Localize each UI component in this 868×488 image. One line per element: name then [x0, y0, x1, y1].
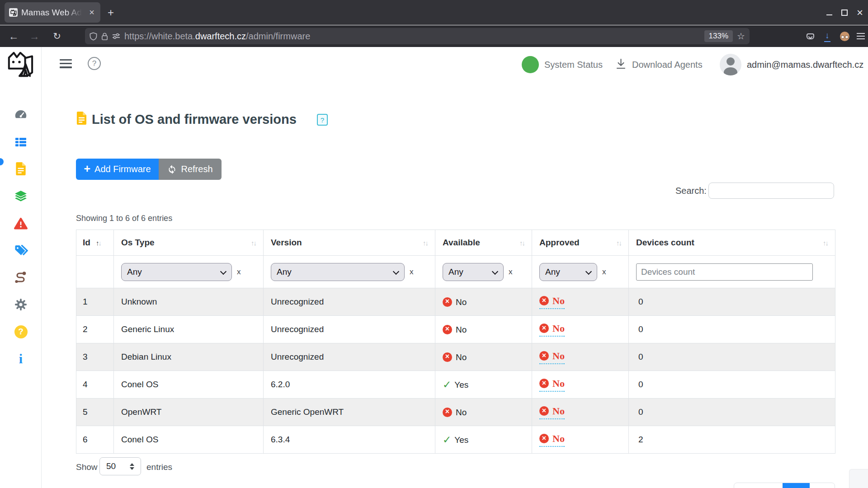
download-agents-label[interactable]: Download Agents	[632, 60, 703, 70]
cell-approved: No	[532, 288, 629, 316]
plus-icon	[84, 164, 90, 175]
sidebar-item-tags[interactable]	[0, 243, 42, 258]
sidebar-item-help[interactable]	[0, 324, 42, 339]
add-firmware-button[interactable]: Add Firmware	[76, 159, 159, 180]
filter-available-cell: Anyx	[435, 256, 532, 288]
approved-toggle-link[interactable]: No	[539, 405, 565, 419]
back-button[interactable]	[5, 25, 22, 47]
cell-approved: No	[532, 371, 629, 399]
showing-entries-text: Showing 1 to 6 of 6 entries	[76, 214, 172, 223]
filter-approved-cell: Anyx	[532, 256, 629, 288]
pocket-icon[interactable]	[802, 25, 818, 47]
sidebar-item-routes[interactable]	[0, 270, 42, 285]
approved-filter-select[interactable]: Any	[539, 263, 597, 281]
os-type-filter-select[interactable]: Any	[121, 263, 232, 281]
sidebar-item-settings[interactable]	[0, 297, 42, 312]
user-avatar[interactable]	[720, 54, 741, 75]
page-help-badge[interactable]: ?	[317, 114, 328, 126]
version-filter-select[interactable]: Any	[271, 263, 405, 281]
cell-approved: No	[532, 426, 629, 454]
url-domain: dwarftech.cz	[195, 31, 246, 41]
sidebar-item-alerts[interactable]	[0, 216, 42, 230]
downloads-icon[interactable]	[820, 25, 835, 47]
browser-menu-icon[interactable]	[853, 25, 868, 47]
column-header-id[interactable]: Id	[76, 230, 114, 256]
pagination-current-page[interactable]	[783, 483, 810, 488]
approved-toggle-link[interactable]: No	[539, 433, 565, 447]
sort-icon	[251, 239, 256, 247]
column-header-os-type[interactable]: Os Type	[114, 230, 264, 256]
window-minimize-button[interactable]	[823, 6, 835, 19]
pagination-previous[interactable]	[734, 483, 783, 488]
available-status-icon	[443, 325, 452, 334]
clear-filter-link[interactable]: x	[237, 267, 241, 277]
sort-icon	[616, 239, 621, 247]
window-close-button[interactable]	[854, 6, 866, 19]
extension-account-icon[interactable]	[837, 25, 852, 47]
system-status-indicator[interactable]	[522, 56, 539, 73]
new-tab-button[interactable]	[104, 6, 118, 19]
column-header-available[interactable]: Available	[435, 230, 532, 256]
clear-filter-link[interactable]: x	[602, 267, 606, 277]
cell-devices-count: 0	[629, 343, 835, 371]
app-help-icon[interactable]	[88, 57, 101, 70]
page-size-select[interactable]: 50	[99, 457, 141, 475]
column-header-version[interactable]: Version	[264, 230, 435, 256]
forward-button[interactable]	[26, 25, 42, 47]
tab-close-icon[interactable]	[88, 8, 96, 17]
permissions-icon[interactable]	[112, 33, 120, 39]
url-path: /admin/firmware	[246, 31, 310, 41]
sidebar-item-layers[interactable]	[0, 189, 42, 203]
url-text[interactable]: https://white.beta.dwarftech.cz/admin/fi…	[124, 31, 700, 42]
show-label: Show	[76, 462, 98, 472]
zoom-level-badge[interactable]: 133%	[704, 30, 733, 42]
pagination-next[interactable]	[810, 483, 835, 488]
approved-status-icon	[539, 434, 549, 443]
shield-icon[interactable]	[90, 32, 97, 41]
cell-version: 6.2.0	[264, 371, 435, 399]
tags-icon	[14, 244, 28, 257]
lock-icon[interactable]	[101, 32, 108, 41]
reload-button[interactable]	[49, 25, 65, 47]
devices-count-filter-input[interactable]	[636, 263, 813, 281]
approved-toggle-link[interactable]: No	[539, 323, 565, 337]
sidebar-item-about[interactable]	[0, 352, 42, 366]
cell-available: Yes	[435, 426, 532, 454]
cell-available: No	[435, 316, 532, 343]
clear-filter-link[interactable]: x	[410, 267, 414, 277]
sidebar-item-firmware[interactable]	[0, 161, 42, 176]
app-menu-toggle[interactable]	[60, 59, 72, 68]
cell-approved: No	[532, 399, 629, 426]
filter-devices-count-cell	[629, 256, 835, 288]
cell-devices-count: 0	[629, 399, 835, 426]
cell-os-type: Unknown	[114, 288, 264, 316]
pagination[interactable]	[734, 483, 835, 488]
address-bar[interactable]: https://white.beta.dwarftech.cz/admin/fi…	[85, 28, 750, 44]
firmware-file-icon	[15, 162, 27, 176]
search-input[interactable]	[708, 183, 834, 199]
download-agents-icon[interactable]	[616, 58, 626, 71]
cell-available: No	[435, 399, 532, 426]
window-maximize-button[interactable]	[838, 6, 851, 19]
refresh-button[interactable]: Refresh	[159, 159, 222, 180]
sidebar-item-dashboard[interactable]	[0, 108, 42, 122]
system-status-label[interactable]: System Status	[544, 60, 603, 70]
column-header-devices-count[interactable]: Devices count	[629, 230, 835, 256]
info-icon	[19, 352, 23, 365]
user-email[interactable]: admin@mamas.dwarftech.cz	[747, 60, 863, 70]
cell-available: No	[435, 343, 532, 371]
sidebar-item-device-list[interactable]	[0, 135, 42, 149]
browser-tab[interactable]: Mamas Web Ad	[5, 2, 100, 23]
approved-toggle-link[interactable]: No	[539, 350, 565, 364]
page-size-value: 50	[106, 461, 116, 471]
available-status-icon	[443, 434, 451, 446]
search-label: Search:	[675, 186, 707, 196]
bookmark-star-icon[interactable]	[737, 31, 745, 42]
app-logo[interactable]	[5, 51, 35, 80]
available-filter-select[interactable]: Any	[443, 263, 504, 281]
approved-toggle-link[interactable]: No	[539, 295, 565, 309]
approved-toggle-link[interactable]: No	[539, 378, 565, 392]
approved-status-icon	[539, 324, 549, 333]
clear-filter-link[interactable]: x	[509, 267, 513, 277]
column-header-approved[interactable]: Approved	[532, 230, 629, 256]
